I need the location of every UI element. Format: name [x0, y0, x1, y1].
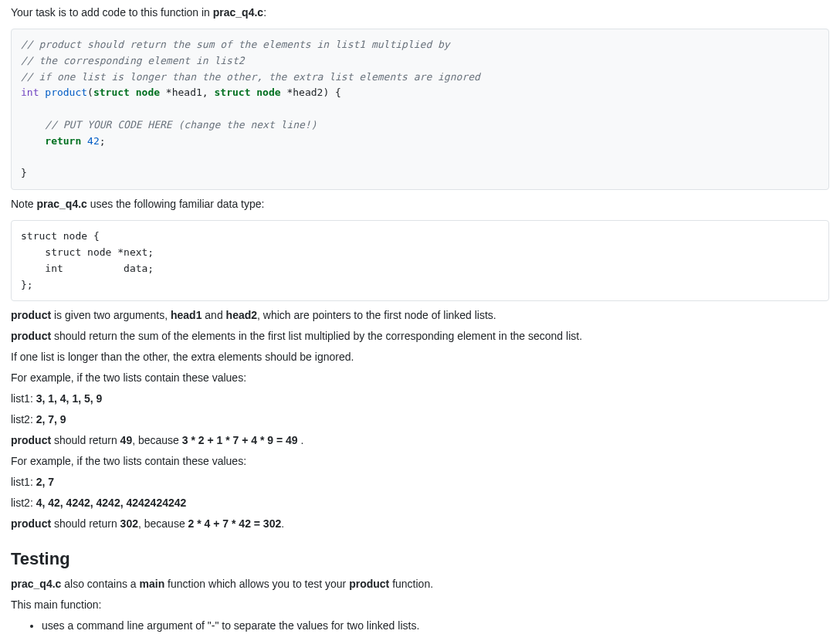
p-args-t2: and [202, 309, 225, 321]
code1-close: } [21, 167, 27, 178]
example2-result: product should return 302, because 2 * 4… [11, 516, 829, 532]
code2-l4: }; [21, 279, 33, 290]
ex2r-t2: , because [138, 517, 188, 530]
p-args-head1: head1 [171, 309, 202, 321]
example1-list1: list1: 3, 1, 4, 1, 5, 9 [11, 391, 829, 407]
note1-suffix: uses the following familiar data type: [87, 198, 265, 210]
code1-node2: node [256, 86, 280, 98]
ex1r-t1: should return [51, 434, 120, 446]
p-args-t1: is given two arguments, [51, 309, 171, 321]
ex2-l2-lab: list2: [11, 497, 36, 509]
code1-fn: product [45, 86, 87, 98]
ex2-l1-lab: list1: [11, 476, 36, 488]
testing-heading: Testing [11, 546, 829, 571]
code2-l1: struct node { [21, 230, 100, 242]
p-ret-product: product [11, 330, 51, 342]
paragraph-return: product should return the sum of the ele… [11, 328, 829, 344]
testing-list: uses a command line argument of "-" to s… [11, 618, 829, 634]
intro-prefix: Your task is to add code to this functio… [11, 6, 213, 19]
tp-t2: function which allows you to test your [164, 578, 349, 590]
ex2r-t3: . [281, 517, 284, 530]
tp-t1: also contains a [61, 578, 139, 590]
tp-b0: prac_q4.c [11, 578, 61, 590]
code-block-1: // product should return the sum of the … [11, 29, 829, 190]
code1-semi: ; [100, 135, 106, 147]
p-args-product: product [11, 309, 51, 321]
code1-arg1: *head1, [160, 86, 214, 98]
p-args-head2: head2 [226, 309, 257, 321]
ex2-l2-vals: 4, 42, 4242, 4242, 4242424242 [36, 497, 187, 509]
intro-suffix: : [263, 6, 266, 19]
code1-paren: ( [87, 86, 93, 98]
note1-file: prac_q4.c [36, 198, 86, 210]
list-item: uses a command line argument of "-" to s… [42, 618, 829, 634]
ex2r-b0: product [11, 517, 51, 530]
tp-b1: main [140, 578, 165, 590]
example2-list2: list2: 4, 42, 4242, 4242, 4242424242 [11, 495, 829, 511]
paragraph-longerlist: If one list is longer than the other, th… [11, 349, 829, 365]
paragraph-args: product is given two arguments, head1 an… [11, 307, 829, 324]
ex2r-b2: 2 * 4 + 7 * 42 = 302 [188, 517, 282, 530]
example1-list2: list2: 2, 7, 9 [11, 412, 829, 428]
ex1-l2-lab: list2: [11, 413, 36, 425]
testing-paragraph: prac_q4.c also contains a main function … [11, 576, 829, 592]
code1-struct1: struct [93, 86, 130, 98]
note-line: Note prac_q4.c uses the following famili… [11, 196, 829, 212]
p-ret-t1: should return the sum of the elements in… [51, 330, 582, 342]
note1-prefix: Note [11, 198, 36, 210]
ex1r-b0: product [11, 434, 51, 446]
tp-t3: function. [389, 578, 433, 590]
code1-int-kw: int [21, 86, 39, 98]
code-block-2: struct node { struct node *next; int dat… [11, 220, 829, 301]
ex1r-b2: 3 * 2 + 1 * 7 + 4 * 9 = 49 [182, 434, 298, 446]
paragraph-example1: For example, if the two lists contain th… [11, 370, 829, 386]
code1-c4: // PUT YOUR CODE HERE (change the next l… [45, 119, 317, 131]
code2-l3: int data; [21, 263, 154, 274]
paragraph-example2: For example, if the two lists contain th… [11, 453, 829, 470]
code1-c2: // the corresponding element in list2 [21, 55, 245, 66]
code1-node1: node [136, 86, 160, 98]
p-args-t3: , which are pointers to the first node o… [257, 309, 496, 321]
code1-c3: // if one list is longer than the other,… [21, 71, 480, 83]
intro-line: Your task is to add code to this functio… [11, 5, 829, 21]
code1-struct2: struct [215, 86, 251, 98]
ex1-l1-lab: list1: [11, 392, 36, 405]
ex1-l2-vals: 2, 7, 9 [36, 413, 66, 425]
code1-arg2: *head2) { [281, 86, 341, 98]
ex1r-t2: , because [132, 434, 182, 446]
code1-42: 42 [87, 135, 100, 147]
ex1-l1-vals: 3, 1, 4, 1, 5, 9 [36, 392, 103, 405]
example1-result: product should return 49, because 3 * 2 … [11, 432, 829, 449]
ex1r-b1: 49 [120, 434, 133, 446]
ex2-l1-vals: 2, 7 [36, 476, 54, 488]
ex2r-t1: should return [51, 517, 120, 530]
intro-file: prac_q4.c [213, 6, 263, 19]
code2-l2: struct node *next; [21, 246, 154, 258]
code1-c1: // product should return the sum of the … [21, 39, 450, 50]
ex1r-t3: . [298, 434, 304, 446]
example2-list1: list1: 2, 7 [11, 474, 829, 490]
ex2r-b1: 302 [120, 517, 138, 530]
code1-sp [81, 135, 87, 147]
tp-b2: product [349, 578, 389, 590]
code1-return: return [45, 135, 81, 147]
testing-list-intro: This main function: [11, 597, 829, 613]
